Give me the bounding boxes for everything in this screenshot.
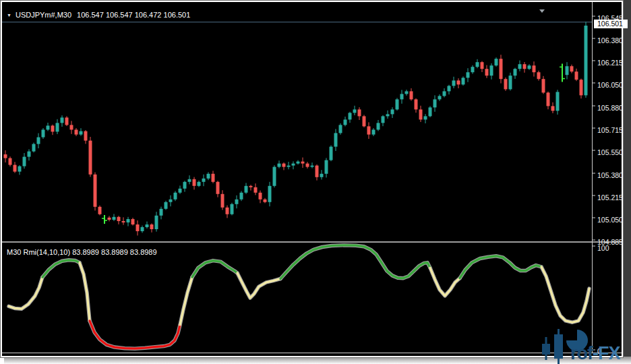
rmi-line-segment (541, 267, 589, 322)
candle (320, 174, 324, 177)
candle (183, 182, 187, 189)
candle (429, 107, 432, 116)
candle (245, 186, 248, 193)
rmi-line-segment (90, 321, 180, 348)
candle (415, 99, 418, 109)
price-axis-label: 106.050 (597, 81, 628, 89)
candle (122, 221, 125, 222)
candle (537, 72, 541, 79)
candle (4, 154, 7, 158)
candle (382, 116, 385, 123)
price-axis-label: 105.550 (597, 148, 628, 156)
candle (235, 200, 239, 204)
candle (164, 202, 168, 209)
candle (462, 78, 465, 84)
candle (433, 99, 437, 107)
candle (495, 59, 498, 65)
candle (47, 125, 50, 129)
candle (372, 129, 375, 134)
chart-ohlc-values: 106.547 106.547 106.472 106.501 (77, 11, 190, 19)
candle (476, 62, 479, 67)
candle (136, 224, 140, 231)
candle (334, 133, 338, 146)
rmi-line-segment (180, 277, 192, 325)
candle (80, 131, 83, 135)
candle (514, 69, 517, 75)
candle (160, 209, 163, 216)
candle (216, 182, 220, 194)
candle (363, 116, 366, 126)
candle (75, 129, 78, 134)
candle (542, 79, 545, 92)
candle (207, 174, 210, 179)
candle (254, 187, 258, 193)
candle (287, 166, 291, 167)
candle (42, 129, 45, 137)
candle (306, 164, 309, 167)
candle (150, 224, 154, 229)
rmi-line-segment (280, 245, 430, 279)
candle (330, 147, 333, 160)
candle (117, 217, 121, 221)
candle (339, 125, 342, 133)
candle (301, 162, 305, 164)
candle (273, 167, 276, 186)
candle (325, 160, 328, 174)
candle (240, 193, 243, 200)
candle (344, 119, 347, 125)
candle (528, 65, 531, 69)
candle (518, 64, 522, 69)
candle (155, 216, 158, 229)
price-axis-label: 105.380 (597, 171, 628, 179)
candle (249, 186, 253, 187)
candle (32, 144, 36, 152)
candle (146, 224, 149, 227)
candle (443, 91, 446, 96)
candle (221, 194, 224, 208)
chart-window: ▼USDJPYm#,M30106.547 106.547 106.472 106… (1, 1, 623, 357)
candle (65, 117, 69, 125)
candle (509, 75, 512, 89)
candle (448, 86, 451, 91)
rmi-line-segment (280, 245, 430, 279)
symbol-dropdown-icon[interactable]: ▼ (7, 13, 11, 18)
candle (264, 200, 267, 202)
candle (457, 80, 460, 84)
candle (490, 65, 493, 75)
candle (169, 200, 173, 202)
candle (311, 166, 314, 167)
candle (584, 26, 588, 95)
candle (9, 158, 12, 165)
indicator-title: M30 Rmi(14,10,10) 83.8989 83.8989 83.898… (7, 248, 157, 256)
candle (56, 123, 59, 131)
candle (467, 72, 470, 78)
candle (179, 189, 182, 193)
rmi-line-segment (237, 273, 280, 298)
candle (70, 125, 73, 129)
candle (523, 64, 527, 69)
candle (278, 164, 281, 167)
top-triangle-marker (539, 9, 545, 13)
candle (98, 207, 102, 214)
candle (400, 94, 404, 99)
current-price-badge: 106.501 (594, 20, 628, 28)
price-axis-label: 106.215 (597, 59, 628, 67)
candle (212, 174, 215, 182)
candle (61, 117, 64, 123)
price-chart-canvas[interactable] (2, 2, 622, 356)
candle (377, 123, 380, 129)
candle (504, 79, 508, 89)
candle (410, 91, 413, 99)
candle (231, 204, 234, 214)
candle (141, 227, 144, 231)
candle (89, 141, 92, 175)
candle (471, 67, 475, 72)
candle (405, 91, 409, 94)
candle (556, 92, 560, 111)
candle (94, 175, 97, 207)
candle (108, 218, 111, 220)
candle (349, 113, 352, 119)
brand-watermark: rof-FX (535, 329, 631, 364)
candle (481, 62, 484, 69)
candle (367, 126, 371, 134)
